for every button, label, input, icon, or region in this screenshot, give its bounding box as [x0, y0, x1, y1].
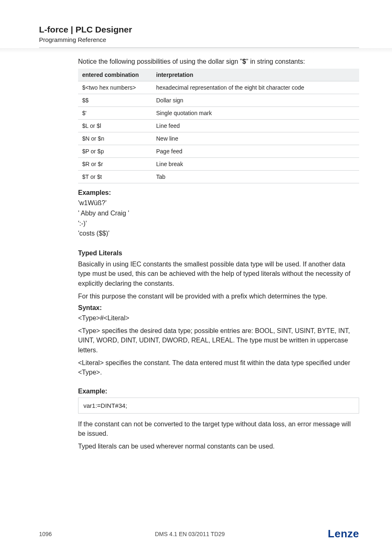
doc-id: DMS 4.1 EN 03/2011 TD29: [52, 531, 328, 537]
table-cell: Tab: [152, 171, 359, 183]
table-cell: Line break: [152, 158, 359, 171]
page-footer: 1096 DMS 4.1 EN 03/2011 TD29 Lenze: [0, 527, 392, 540]
escape-table: entered combination interpretation $<two…: [78, 69, 359, 183]
table-row: $P or $pPage feed: [78, 145, 359, 158]
syntax-label: Syntax:: [78, 304, 359, 312]
example-line: ':-)': [78, 219, 359, 229]
table-cell: $R or $r: [78, 158, 152, 171]
intro-line: Notice the following possibilities of us…: [78, 58, 359, 65]
table-cell: $': [78, 107, 152, 120]
typed-p4: <Literal> specifies the constant. The da…: [78, 358, 359, 377]
syntax-line: <Type>#<Literal>: [78, 313, 359, 323]
lenze-logo: Lenze: [328, 527, 359, 540]
brand-title: L-force | PLC Designer: [39, 25, 359, 35]
table-head-col1: entered combination: [78, 69, 152, 81]
table-cell: Page feed: [152, 145, 359, 158]
example-line: 'costs ($$)': [78, 229, 359, 239]
example-line: 'w1Wüß?': [78, 198, 359, 208]
typed-p3: <Type> specifies the desired data type; …: [78, 326, 359, 355]
table-cell: New line: [152, 132, 359, 145]
doc-section: Programming Reference: [39, 36, 359, 43]
table-cell: Single quotation mark: [152, 107, 359, 120]
table-cell: $L or $l: [78, 120, 152, 132]
example2-p2: Typed literals can be used wherever norm…: [78, 442, 359, 451]
examples-block: 'w1Wüß?' ' Abby and Craig ' ':-)' 'costs…: [78, 198, 359, 239]
table-row: $T or $tTab: [78, 171, 359, 183]
table-head-col2: interpretation: [152, 69, 359, 81]
page-number: 1096: [39, 531, 52, 537]
typed-p2: For this purpose the constant will be pr…: [78, 291, 359, 301]
typed-literals-heading: Typed Literals: [78, 250, 359, 257]
table-row: $$Dollar sign: [78, 94, 359, 107]
main-content: Notice the following possibilities of us…: [39, 58, 359, 451]
example-line: ' Abby and Craig ': [78, 208, 359, 219]
example2-heading: Example:: [78, 388, 359, 395]
table-cell: $P or $p: [78, 145, 152, 158]
table-cell: $$: [78, 94, 152, 107]
table-row: $R or $rLine break: [78, 158, 359, 171]
code-box: var1:=DINT#34;: [78, 398, 359, 414]
table-row: $<two hex numbers>hexadecimal representa…: [78, 81, 359, 94]
table-cell: Line feed: [152, 120, 359, 132]
table-cell: Dollar sign: [152, 94, 359, 107]
table-cell: $N or $n: [78, 132, 152, 145]
examples-heading: Examples:: [78, 189, 359, 197]
intro-pre: Notice the following possibilities of us…: [78, 58, 242, 65]
page-header: L-force | PLC Designer Programming Refer…: [39, 25, 359, 48]
table-row: $N or $nNew line: [78, 132, 359, 145]
table-row: $'Single quotation mark: [78, 107, 359, 120]
table-cell: $<two hex numbers>: [78, 81, 152, 94]
typed-p1: Basically in using IEC constants the sma…: [78, 259, 359, 288]
example2-p1: If the constant can not be converted to …: [78, 419, 359, 438]
intro-dollar: $: [242, 58, 246, 65]
intro-post: " in string constants:: [246, 58, 305, 65]
table-row: $L or $lLine feed: [78, 120, 359, 132]
table-cell: hexadecimal representation of the eight …: [152, 81, 359, 94]
table-cell: $T or $t: [78, 171, 152, 183]
